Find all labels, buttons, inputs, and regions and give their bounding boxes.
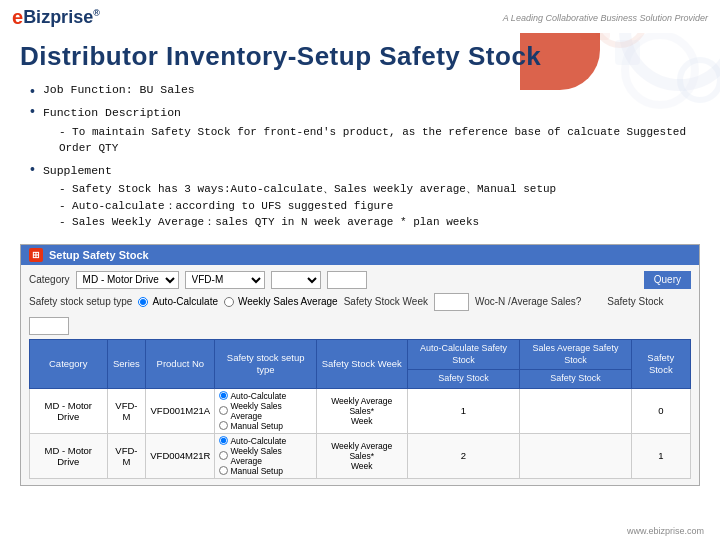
- th-product-no: Product No: [146, 339, 215, 388]
- bullet-dot-1: •: [30, 83, 35, 99]
- safety-stock-setup-label: Safety stock setup type: [29, 296, 132, 307]
- sub-item-3-3: Sales Weekly Average：sales QTY in N week…: [59, 214, 556, 231]
- category-select[interactable]: MD - Motor Drive: [76, 271, 179, 289]
- form-row-2: Safety stock setup type Auto-Calculate W…: [29, 293, 691, 335]
- query-button[interactable]: Query: [644, 271, 691, 289]
- radio-st1-auto[interactable]: [219, 391, 228, 400]
- th-safety-stock: Safety Stock: [631, 339, 690, 388]
- page-title: Distributor Inventory-Setup Safety Stock: [20, 41, 700, 72]
- setup-box-header: ⊞ Setup Safety Stock: [21, 245, 699, 265]
- logo-text: Bizprise®: [23, 7, 100, 28]
- setup-box-title: Setup Safety Stock: [49, 249, 149, 261]
- radio-auto-calc-input[interactable]: [138, 297, 148, 307]
- td-category-2: MD - Motor Drive: [30, 433, 108, 478]
- radio-auto-calc-label: Auto-Calculate: [152, 296, 218, 307]
- product-select[interactable]: [271, 271, 321, 289]
- radio-weekly-label: Weekly Sales Average: [238, 296, 338, 307]
- td-product-2: VFD004M21R: [146, 433, 215, 478]
- safety-stock-right-label: Safety Stock: [607, 296, 663, 307]
- setup-safety-stock-box: ⊞ Setup Safety Stock Category MD - Motor…: [20, 244, 700, 486]
- woc-label: Woc-N /Average Sales?: [475, 296, 581, 307]
- th-setup-type: Safety stock setup type: [215, 339, 316, 388]
- logo: eBizprise®: [12, 6, 100, 29]
- logo-e: e: [12, 6, 23, 29]
- header: eBizprise® A Leading Collaborative Busin…: [0, 0, 720, 33]
- safety-stock-input[interactable]: [29, 317, 69, 335]
- radio-st2-weekly[interactable]: [219, 451, 228, 460]
- series-select[interactable]: VFD-M: [185, 271, 265, 289]
- form-row-1: Category MD - Motor Drive VFD-M Query: [29, 271, 691, 289]
- radio-weekly-input[interactable]: [224, 297, 234, 307]
- bullet-job-function: • Job Function: BU Sales: [30, 82, 690, 99]
- bullet-text-3: Supplement: [43, 164, 112, 177]
- content-area: • Job Function: BU Sales • Function Desc…: [0, 78, 720, 238]
- td-series-1: VFD-M: [107, 388, 146, 433]
- title-section: Distributor Inventory-Setup Safety Stock: [0, 33, 720, 78]
- radio-st1-manual[interactable]: [219, 421, 228, 430]
- bullet-text-1: Job Function: BU Sales: [43, 82, 195, 99]
- radio-st2-manual[interactable]: [219, 466, 228, 475]
- ss-week-label: Safety Stock Week: [344, 296, 428, 307]
- td-ss-week-1: Weekly Average Sales*Week: [316, 388, 407, 433]
- radio-st2-auto[interactable]: [219, 436, 228, 445]
- td-setup-type-2: Auto-Calculate Weekly Sales Average Manu…: [215, 433, 316, 478]
- th-auto-calc: Auto-Calculate Safety Stock: [407, 339, 520, 369]
- bullet-supplement: • Supplement Safety Stock has 3 ways:Aut…: [30, 160, 690, 231]
- td-product-1: VFD001M21A: [146, 388, 215, 433]
- table-row: MD - Motor Drive VFD-M VFD004M21R Auto-C…: [30, 433, 691, 478]
- sub-item-2-1: To maintain Safety Stock for front-end's…: [59, 124, 690, 157]
- table-row: MD - Motor Drive VFD-M VFD001M21A Auto-C…: [30, 388, 691, 433]
- sub-item-3-2: Auto-calculate：according to UFS suggeste…: [59, 198, 556, 215]
- th-auto-calc-sub: Safety Stock: [407, 370, 520, 389]
- td-safety-stock-2: 1: [631, 433, 690, 478]
- tagline: A Leading Collaborative Business Solutio…: [503, 13, 708, 23]
- setup-box-body: Category MD - Motor Drive VFD-M Query Sa…: [21, 265, 699, 485]
- td-setup-type-1: Auto-Calculate Weekly Sales Average Manu…: [215, 388, 316, 433]
- footer-website: www.ebizprise.com: [627, 526, 704, 536]
- category-label: Category: [29, 274, 70, 285]
- bullet-dot-2: •: [30, 103, 35, 119]
- radio-auto-calculate[interactable]: Auto-Calculate: [138, 296, 218, 307]
- th-sales-avg: Sales Average Safety Stock: [520, 339, 631, 369]
- th-ss-week: Safety Stock Week: [316, 339, 407, 388]
- setup-box-icon: ⊞: [29, 248, 43, 262]
- td-sales-avg-2: [520, 433, 631, 478]
- radio-weekly-sales[interactable]: Weekly Sales Average: [224, 296, 338, 307]
- td-sales-avg-1: [520, 388, 631, 433]
- td-safety-stock-1: 0: [631, 388, 690, 433]
- td-auto-calc-2: 2: [407, 433, 520, 478]
- extra-input[interactable]: [327, 271, 367, 289]
- td-series-2: VFD-M: [107, 433, 146, 478]
- safety-stock-table: Category Series Product No Safety stock …: [29, 339, 691, 479]
- sub-item-3-1: Safety Stock has 3 ways:Auto-calculate、S…: [59, 181, 556, 198]
- sub-items-3: Safety Stock has 3 ways:Auto-calculate、S…: [59, 181, 556, 231]
- ss-week-input[interactable]: [434, 293, 469, 311]
- th-category: Category: [30, 339, 108, 388]
- td-auto-calc-1: 1: [407, 388, 520, 433]
- sub-items-2: To maintain Safety Stock for front-end's…: [59, 124, 690, 157]
- td-category-1: MD - Motor Drive: [30, 388, 108, 433]
- td-ss-week-2: Weekly Average Sales*Week: [316, 433, 407, 478]
- bullet-function-description: • Function Description To maintain Safet…: [30, 102, 690, 157]
- th-sales-avg-sub: Safety Stock: [520, 370, 631, 389]
- radio-st1-weekly[interactable]: [219, 406, 228, 415]
- th-series: Series: [107, 339, 146, 388]
- bullet-text-2: Function Description: [43, 106, 181, 119]
- bullet-dot-3: •: [30, 161, 35, 177]
